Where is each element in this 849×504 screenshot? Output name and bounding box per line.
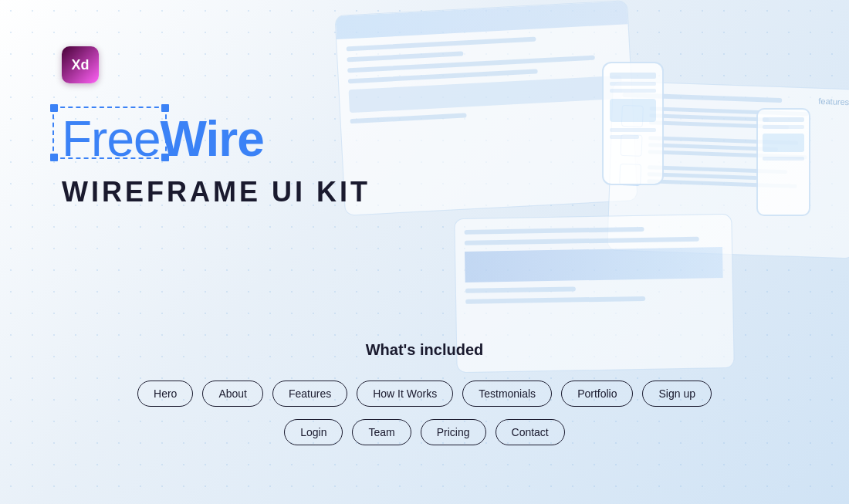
tags-row-1: HeroAboutFeaturesHow It WorksTestmonials… bbox=[137, 381, 712, 407]
brand-wire: Wire bbox=[161, 111, 264, 167]
corner-handle-br bbox=[161, 154, 169, 161]
main-content: Xd FreeWire WIREFRAME UI KIT bbox=[0, 0, 849, 208]
brand-container: FreeWire bbox=[62, 114, 264, 164]
subtitle: WIREFRAME UI KIT bbox=[62, 176, 849, 208]
tag-login[interactable]: Login bbox=[284, 419, 343, 445]
tags-row-2: LoginTeamPricingContact bbox=[284, 419, 565, 445]
tag-sign-up[interactable]: Sign up bbox=[642, 381, 711, 407]
tag-testimonials[interactable]: Testmonials bbox=[462, 381, 552, 407]
tag-how-it-works[interactable]: How It Works bbox=[357, 381, 453, 407]
tag-about[interactable]: About bbox=[202, 381, 263, 407]
whats-included-label: What's included bbox=[366, 341, 484, 359]
tag-features[interactable]: Features bbox=[272, 381, 347, 407]
corner-handle-bl bbox=[50, 154, 58, 161]
tag-portfolio[interactable]: Portfolio bbox=[561, 381, 633, 407]
tag-hero[interactable]: Hero bbox=[137, 381, 193, 407]
tag-pricing[interactable]: Pricing bbox=[421, 419, 486, 445]
xd-logo-text: Xd bbox=[71, 57, 89, 73]
bottom-section: What's included HeroAboutFeaturesHow It … bbox=[0, 341, 849, 458]
tag-contact[interactable]: Contact bbox=[496, 419, 565, 445]
dashed-selection-box bbox=[52, 107, 167, 159]
xd-logo: Xd bbox=[62, 46, 99, 83]
tag-team[interactable]: Team bbox=[352, 419, 411, 445]
